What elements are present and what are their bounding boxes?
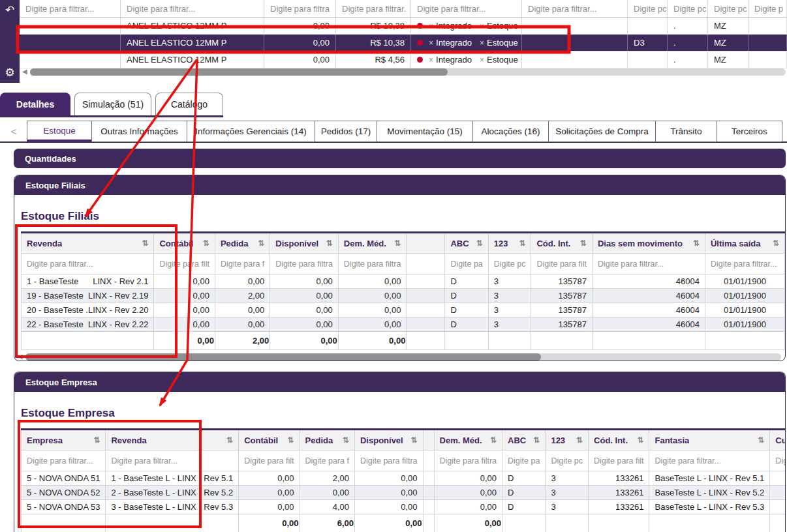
tag-integrado[interactable]: ×Integrado: [429, 21, 472, 31]
tab-solicitacoes-de-compra[interactable]: Solicitações de Compra: [548, 121, 656, 142]
filter-input[interactable]: Digite para filtrar...: [20, 0, 121, 17]
filter-input[interactable]: Digite para filtrar...: [411, 0, 522, 17]
tab-alocacoes[interactable]: Alocações (16): [472, 121, 549, 142]
sort-icon[interactable]: ⇅: [258, 239, 264, 248]
column-header-c-d-int[interactable]: Cód. Int.⇅: [531, 233, 592, 254]
remove-tag-icon[interactable]: ×: [480, 38, 484, 48]
column-header-empresa[interactable]: Empresa⇅: [22, 430, 106, 451]
filter-input[interactable]: Digite pa: [445, 254, 488, 274]
tag-estoque[interactable]: ×Estoque: [480, 55, 518, 65]
table-row[interactable]: 5 - NOVA ONDA 511 - BaseTeste L - LINX -…: [22, 471, 786, 486]
column-header-fantasia[interactable]: Fantasia⇅: [649, 430, 770, 451]
tab-detalhes[interactable]: Detalhes: [0, 93, 70, 115]
column-header-pedida[interactable]: Pedida⇅: [215, 233, 270, 254]
column-header-123[interactable]: 123⇅: [488, 233, 531, 254]
column-header-dispon-vel[interactable]: Disponível⇅: [354, 430, 423, 451]
tab-pedidos[interactable]: Pedidos (17): [315, 121, 377, 142]
filter-input[interactable]: Digite pc: [628, 0, 668, 17]
filter-input[interactable]: Digite para filtrar...: [121, 0, 264, 17]
sort-icon[interactable]: ⇅: [637, 436, 643, 445]
filter-input[interactable]: Digite para filtrar.: [336, 0, 411, 17]
sort-icon[interactable]: ⇅: [288, 436, 294, 445]
remove-tag-icon[interactable]: ×: [480, 22, 484, 31]
filter-input[interactable]: Digite para filt: [154, 254, 215, 274]
filter-input[interactable]: Digite para filtrar...: [22, 451, 106, 471]
tag-integrado[interactable]: ×Integrado: [429, 38, 472, 48]
sort-icon[interactable]: ⇅: [93, 436, 100, 445]
remove-tag-icon[interactable]: ×: [429, 55, 433, 65]
column-header-c-d-int[interactable]: Cód. Int.⇅: [589, 430, 649, 451]
scroll-left-icon[interactable]: ◀: [22, 68, 27, 75]
remove-tag-icon[interactable]: ×: [429, 22, 433, 31]
section-bar-quantidades[interactable]: Quantidades: [14, 149, 786, 168]
tab-estoque[interactable]: Estoque: [27, 121, 92, 142]
tag-estoque[interactable]: ×Estoque: [480, 21, 518, 31]
filter-input[interactable]: Digite para filtra: [338, 254, 407, 274]
table-row[interactable]: 20 - BaseTeste .LINX - Rev 2.200,000,000…: [22, 303, 785, 318]
tab-informacoes-gerenciais[interactable]: Informações Gerenciais (14): [187, 121, 315, 142]
sort-icon[interactable]: ⇅: [519, 239, 525, 248]
filter-input[interactable]: Digite para filtrar...: [705, 254, 784, 274]
sort-icon[interactable]: ⇅: [476, 239, 483, 248]
filter-input[interactable]: Digite para filt: [531, 254, 592, 274]
table-row[interactable]: ANEL ELASTICO 12MM P 0,00 R$ 4,56 ×Integ…: [20, 52, 787, 68]
tab-outras-informacoes[interactable]: Outras Informações: [91, 121, 187, 142]
filter-input[interactable]: Digite para filtra: [354, 451, 423, 471]
column-header-ltima-sa-da[interactable]: Última saída⇅: [705, 233, 784, 254]
filter-input[interactable]: Digite para filtrar...: [649, 451, 770, 471]
filter-input[interactable]: Digite pc: [488, 254, 531, 274]
tab-movimentacao[interactable]: Movimentação (15): [377, 121, 473, 142]
filter-input[interactable]: Digite pa: [502, 451, 546, 471]
filter-input[interactable]: Digite p: [748, 0, 787, 17]
gear-icon[interactable]: ⚙: [5, 67, 14, 78]
section-bar-estoque-empresa[interactable]: Estoque Empresa: [14, 372, 785, 392]
sort-icon[interactable]: ⇅: [226, 436, 233, 445]
column-header-123[interactable]: 123⇅: [546, 430, 589, 451]
sort-icon[interactable]: ⇅: [576, 436, 583, 445]
column-header-cont-bil[interactable]: Contábil⇅: [239, 430, 300, 451]
table-row[interactable]: 22 - BaseTesteLINX - Rev 2.220,000,000,0…: [22, 318, 785, 332]
column-header-cont-bil[interactable]: Contábil⇅: [154, 233, 215, 254]
filter-input[interactable]: Digite pc: [546, 451, 589, 471]
column-header-revenda[interactable]: Revenda⇅: [106, 430, 239, 451]
filter-input[interactable]: Digite para filtrar...: [106, 451, 239, 471]
filter-input[interactable]: Digite para filtrar...: [522, 0, 628, 17]
tab-catalogo[interactable]: Catálogo: [155, 93, 223, 115]
sort-icon[interactable]: ⇅: [773, 239, 779, 248]
scrollbar-thumb[interactable]: [30, 68, 448, 76]
filter-input[interactable]: Digite para filtrar...: [592, 254, 705, 274]
table-row[interactable]: 5 - NOVA ONDA 522 - BaseTeste L - LINX -…: [22, 486, 786, 500]
scroll-left-icon[interactable]: ◀: [18, 353, 23, 360]
sort-icon[interactable]: ⇅: [410, 436, 417, 445]
column-header-dem-m-d[interactable]: Dem. Méd.⇅: [434, 430, 502, 451]
remove-tag-icon[interactable]: ×: [480, 55, 484, 65]
sort-icon[interactable]: ⇅: [533, 436, 540, 445]
filter-input[interactable]: Digite para filtrar...: [22, 254, 154, 274]
column-header-pedida[interactable]: Pedida⇅: [300, 430, 354, 451]
filter-input[interactable]: Digite para filt: [589, 451, 649, 471]
sort-icon[interactable]: ⇅: [394, 239, 401, 248]
filter-input[interactable]: Digite para filtra: [264, 0, 336, 17]
filter-input[interactable]: Digite p: [770, 451, 786, 471]
table-row[interactable]: 1 - BaseTesteLINX - Rev 2.10,000,000,000…: [22, 274, 785, 289]
sort-icon[interactable]: ⇅: [326, 239, 333, 248]
tag-estoque[interactable]: ×Estoque: [480, 38, 518, 48]
sort-icon[interactable]: ⇅: [580, 239, 587, 248]
tab-simulacao[interactable]: Simulação (51): [74, 93, 151, 115]
filter-input[interactable]: Digite pc: [708, 0, 748, 17]
tab-transito[interactable]: Trânsito: [655, 121, 717, 142]
sort-icon[interactable]: ⇅: [758, 436, 764, 445]
scrollbar-thumb[interactable]: [25, 353, 541, 361]
filter-input[interactable]: Digite para f: [215, 254, 270, 274]
table-row[interactable]: 5 - NOVA ONDA 533 - BaseTeste L - LINX -…: [22, 500, 786, 514]
column-header-abc[interactable]: ABC⇅: [445, 233, 488, 254]
column-header-custo[interactable]: Custo⇅: [770, 430, 786, 451]
filter-input[interactable]: Digite para f: [300, 451, 354, 471]
column-header-revenda[interactable]: Revenda⇅: [22, 233, 154, 254]
tab-terceiros[interactable]: Terceiros: [717, 121, 782, 142]
table-row[interactable]: 19 - BaseTesteLINX - Rev 2.190,002,000,0…: [22, 289, 785, 303]
column-header-abc[interactable]: ABC⇅: [502, 430, 546, 451]
sort-icon[interactable]: ⇅: [490, 436, 497, 445]
filter-input[interactable]: Digite para filt: [239, 451, 300, 471]
filter-input[interactable]: Digite para filtra: [434, 451, 502, 471]
